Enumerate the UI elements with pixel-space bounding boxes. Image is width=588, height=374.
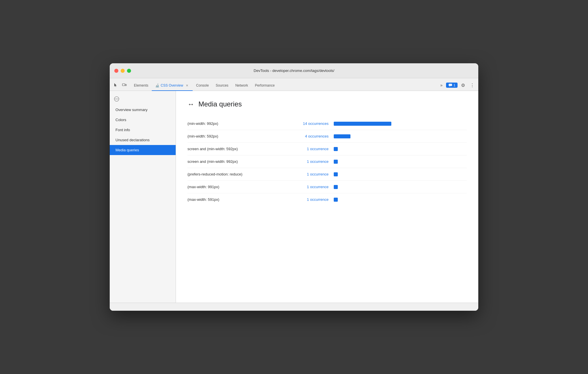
tab-elements[interactable]: Elements (130, 81, 152, 91)
toolbar-left (112, 81, 128, 91)
svg-rect-1 (125, 84, 126, 86)
sidebar-item-font-info[interactable]: Font info (110, 125, 176, 135)
query-bar-container (334, 147, 467, 151)
query-occurrences[interactable]: 1 occurrence (285, 147, 329, 151)
tab-close-icon[interactable]: ✕ (185, 83, 189, 88)
titlebar: DevTools - developer.chrome.com/tags/dev… (110, 63, 478, 78)
svg-rect-2 (449, 84, 452, 86)
no-entry-icon (113, 96, 120, 102)
query-bar (334, 198, 338, 202)
query-bar (334, 147, 338, 151)
close-button[interactable] (114, 69, 118, 73)
tabbar-right: » 1 ⚙ ⋮ (439, 81, 476, 91)
sidebar: Overview summary Colors Font info Unused… (110, 91, 176, 303)
query-row: (prefers-reduced-motion: reduce) 1 occur… (187, 168, 467, 181)
sidebar-item-media-queries[interactable]: Media queries (110, 145, 176, 155)
query-occurrences[interactable]: 4 occurrences (285, 134, 329, 138)
css-overview-icon: 🔬 (155, 83, 160, 87)
query-bar (334, 185, 338, 189)
window-title: DevTools - developer.chrome.com/tags/dev… (254, 68, 334, 73)
query-row: (min-width: 992px) 14 occurrences (187, 117, 467, 130)
query-row: (max-width: 591px) 1 occurrence (187, 193, 467, 206)
query-bar-container (334, 122, 467, 126)
tabbar: Elements 🔬 CSS Overview ✕ Console Source… (110, 78, 478, 91)
tab-css-overview[interactable]: 🔬 CSS Overview ✕ (152, 81, 193, 91)
page-title-text: Media queries (198, 100, 242, 108)
query-bar (334, 122, 391, 126)
maximize-button[interactable] (127, 69, 131, 73)
query-bar (334, 160, 338, 164)
query-name: screen and (min-width: 992px) (187, 159, 285, 164)
tab-performance[interactable]: Performance (251, 81, 278, 91)
more-options-button[interactable]: ⋮ (468, 81, 476, 89)
query-name: (max-width: 991px) (187, 185, 285, 189)
query-name: (max-width: 591px) (187, 197, 285, 202)
more-tabs-icon[interactable]: » (439, 82, 444, 89)
query-bar-container (334, 185, 467, 189)
bottom-bar (110, 303, 478, 311)
query-name: screen and (min-width: 592px) (187, 147, 285, 151)
query-bar-container (334, 134, 467, 138)
query-name: (min-width: 992px) (187, 121, 285, 126)
devtools: Elements 🔬 CSS Overview ✕ Console Source… (110, 78, 478, 311)
content-area: ↔ Media queries (min-width: 992px) 14 oc… (176, 91, 478, 303)
query-bar-container (334, 172, 467, 176)
settings-button[interactable]: ⚙ (459, 81, 467, 89)
tab-console[interactable]: Console (193, 81, 212, 91)
tab-sources[interactable]: Sources (212, 81, 232, 91)
cursor-tool-icon[interactable] (112, 81, 120, 89)
minimize-button[interactable] (121, 69, 125, 73)
query-bar-container (334, 160, 467, 164)
query-row: (max-width: 991px) 1 occurrence (187, 181, 467, 193)
query-bar (334, 172, 338, 176)
browser-window: DevTools - developer.chrome.com/tags/dev… (110, 63, 478, 311)
query-bar-container (334, 198, 467, 202)
main-area: Overview summary Colors Font info Unused… (110, 91, 478, 303)
chat-badge[interactable]: 1 (446, 83, 458, 88)
query-occurrences[interactable]: 1 occurrence (285, 185, 329, 189)
query-occurrences[interactable]: 1 occurrence (285, 197, 329, 202)
traffic-lights (114, 69, 131, 73)
query-occurrences[interactable]: 1 occurrence (285, 172, 329, 176)
page-title: ↔ Media queries (187, 100, 467, 108)
query-name: (min-width: 592px) (187, 134, 285, 138)
device-toggle-icon[interactable] (121, 81, 128, 89)
query-row: screen and (min-width: 992px) 1 occurren… (187, 155, 467, 168)
sidebar-item-overview-summary[interactable]: Overview summary (110, 105, 176, 115)
query-occurrences[interactable]: 14 occurrences (285, 121, 329, 126)
svg-rect-0 (122, 84, 125, 86)
query-occurrences[interactable]: 1 occurrence (285, 159, 329, 164)
query-name: (prefers-reduced-motion: reduce) (187, 172, 285, 176)
media-queries-icon: ↔ (187, 100, 194, 108)
sidebar-item-unused-declarations[interactable]: Unused declarations (110, 135, 176, 145)
tab-network[interactable]: Network (232, 81, 251, 91)
query-bar (334, 134, 350, 138)
sidebar-item-colors[interactable]: Colors (110, 115, 176, 125)
query-row: screen and (min-width: 592px) 1 occurren… (187, 143, 467, 155)
query-row: (min-width: 592px) 4 occurrences (187, 130, 467, 143)
